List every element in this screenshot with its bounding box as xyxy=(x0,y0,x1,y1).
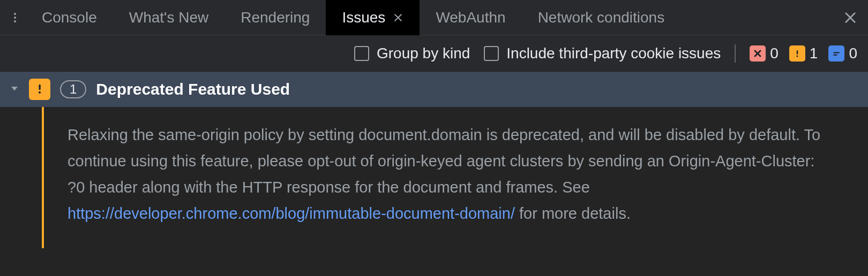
count-value: 1 xyxy=(810,45,818,62)
svg-point-2 xyxy=(14,20,16,22)
error-badge-icon xyxy=(750,45,766,62)
count-value: 0 xyxy=(849,45,857,62)
toolbar-divider xyxy=(735,44,736,63)
issue-body-link[interactable]: https://developer.chrome.com/blog/immuta… xyxy=(68,205,515,222)
checkbox-label: Group by kind xyxy=(377,45,470,62)
kebab-icon xyxy=(9,11,21,24)
tab-issues[interactable]: Issues xyxy=(326,0,420,35)
issue-body: Relaxing the same-origin policy by setti… xyxy=(44,107,853,248)
svg-rect-5 xyxy=(834,52,840,53)
group-by-kind-checkbox[interactable]: Group by kind xyxy=(354,45,470,62)
issues-counts: 0 1 0 xyxy=(750,45,857,62)
svg-point-8 xyxy=(39,91,41,94)
warning-badge-icon xyxy=(789,45,805,62)
tab-label: Rendering xyxy=(241,9,310,26)
tab-label: What's New xyxy=(129,9,209,26)
tab-strip: Console What's New Rendering Issues WebA… xyxy=(0,0,868,35)
close-tab-button[interactable] xyxy=(393,12,403,23)
tab-label: Issues xyxy=(342,9,385,26)
svg-rect-3 xyxy=(797,50,798,55)
tab-label: WebAuthn xyxy=(436,9,505,26)
issue-count-value: 1 xyxy=(70,82,77,97)
tab-label: Console xyxy=(42,9,97,26)
close-panel-button[interactable] xyxy=(837,0,864,35)
checkbox-icon xyxy=(484,46,499,61)
svg-rect-6 xyxy=(834,54,838,55)
tab-label: Network conditions xyxy=(538,9,665,26)
issue-title: Deprecated Feature Used xyxy=(96,80,290,98)
tab-webauthn[interactable]: WebAuthn xyxy=(420,0,521,35)
tab-whats-new[interactable]: What's New xyxy=(113,0,225,35)
issue-body-wrap: Relaxing the same-origin policy by setti… xyxy=(0,107,868,248)
include-third-party-checkbox[interactable]: Include third-party cookie issues xyxy=(484,45,721,62)
close-icon xyxy=(393,12,403,23)
issue-body-text-post: for more details. xyxy=(515,205,631,222)
more-tabs-button[interactable] xyxy=(4,0,26,35)
collapse-toggle[interactable] xyxy=(10,83,19,95)
svg-point-0 xyxy=(14,13,16,15)
count-value: 0 xyxy=(770,45,779,62)
close-icon xyxy=(843,10,858,25)
info-count[interactable]: 0 xyxy=(828,45,857,62)
svg-rect-7 xyxy=(39,85,40,90)
issue-count-badge: 1 xyxy=(60,80,86,98)
svg-point-4 xyxy=(796,55,798,57)
info-badge-icon xyxy=(828,45,844,62)
issue-body-text: Relaxing the same-origin policy by setti… xyxy=(68,126,820,196)
tab-network-conditions[interactable]: Network conditions xyxy=(522,0,681,35)
checkbox-label: Include third-party cookie issues xyxy=(506,45,721,62)
checkbox-icon xyxy=(354,46,369,61)
issue-header[interactable]: 1 Deprecated Feature Used xyxy=(0,72,868,107)
warning-icon xyxy=(29,79,50,100)
errors-count[interactable]: 0 xyxy=(750,45,779,62)
tab-rendering[interactable]: Rendering xyxy=(225,0,326,35)
issues-toolbar: Group by kind Include third-party cookie… xyxy=(0,35,868,72)
warnings-count[interactable]: 1 xyxy=(789,45,818,62)
chevron-down-icon xyxy=(10,83,19,93)
tab-console[interactable]: Console xyxy=(26,0,113,35)
svg-point-1 xyxy=(14,17,16,19)
